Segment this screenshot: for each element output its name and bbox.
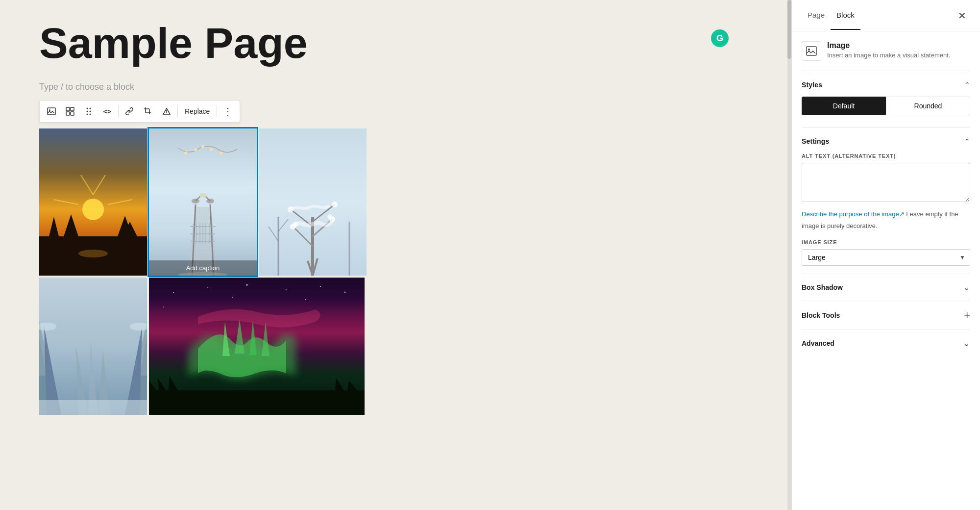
drag-btn[interactable] (80, 102, 98, 120)
svg-point-70 (173, 292, 174, 293)
page-title: Sample Page (39, 20, 748, 67)
block-placeholder: Type / to choose a block (39, 82, 748, 92)
svg-point-44 (201, 145, 204, 148)
svg-point-9 (90, 110, 91, 112)
svg-point-74 (320, 286, 321, 287)
gallery-item-3[interactable] (259, 128, 367, 276)
settings-title: Settings (802, 137, 829, 145)
svg-point-42 (184, 152, 187, 154)
editor-scrollbar[interactable] (787, 0, 791, 510)
crop-btn[interactable] (139, 102, 157, 120)
page-tab[interactable]: Page (802, 1, 831, 30)
sidebar-header: Page Block ✕ (792, 0, 980, 31)
toolbar-divider-3 (217, 105, 217, 117)
svg-rect-2 (66, 107, 70, 111)
svg-point-78 (305, 299, 306, 300)
image-size-section: IMAGE SIZE Thumbnail Medium Large Full S… (802, 239, 970, 266)
block-icon (802, 41, 821, 61)
settings-chevron[interactable]: ⌃ (964, 137, 970, 145)
alt-text-input[interactable] (802, 163, 970, 202)
alt-text-link[interactable]: Describe the purpose of the image↗ (802, 210, 906, 218)
grammarly-icon[interactable]: G (711, 29, 729, 47)
box-shadow-title: Box Shadow (802, 283, 843, 291)
triangle-btn[interactable] (158, 102, 175, 120)
svg-point-43 (194, 148, 197, 151)
image-size-label: IMAGE SIZE (802, 239, 970, 245)
advanced-section: Advanced ⌄ (802, 330, 970, 357)
sidebar-content: Image Insert an image to make a visual s… (792, 31, 980, 510)
box-shadow-header[interactable]: Box Shadow ⌄ (802, 282, 970, 293)
block-tools-plus-icon: + (964, 309, 970, 322)
svg-point-10 (87, 113, 88, 115)
svg-point-12 (166, 110, 167, 111)
editor-area[interactable]: Sample Page G Type / to choose a block (0, 0, 787, 510)
svg-point-6 (87, 107, 88, 109)
gallery-item-1[interactable] (39, 128, 147, 276)
svg-point-15 (82, 199, 104, 220)
svg-point-76 (163, 306, 164, 307)
alt-text-label: ALT TEXT (ALTERNATIVE TEXT) (802, 153, 970, 159)
scrollbar-thumb[interactable] (787, 0, 791, 59)
block-name: Image (827, 41, 950, 50)
block-description: Insert an image to make a visual stateme… (827, 51, 950, 60)
styles-chevron[interactable]: ⌃ (964, 81, 970, 89)
svg-point-60 (332, 202, 338, 207)
alt-text-link-text: Describe the purpose of the image (802, 210, 899, 218)
advanced-title: Advanced (802, 339, 834, 347)
svg-point-30 (202, 193, 206, 197)
styles-title: Styles (802, 81, 822, 89)
gallery-item-4[interactable] (39, 278, 147, 415)
svg-point-81 (808, 49, 810, 51)
toolbar-divider (118, 105, 119, 117)
svg-point-8 (87, 110, 88, 112)
gallery-grid: Add caption (39, 128, 372, 415)
block-toolbar: <> Replace ⋮ (39, 100, 240, 123)
settings-section: Settings ⌃ ALT TEXT (ALTERNATIVE TEXT) D… (802, 127, 970, 266)
caption-placeholder[interactable]: Add caption (149, 260, 257, 276)
svg-rect-79 (149, 390, 365, 415)
svg-point-75 (344, 291, 346, 293)
svg-point-46 (220, 152, 222, 154)
image-size-wrapper: Thumbnail Medium Large Full Size ▼ (802, 249, 970, 266)
styles-section: Styles ⌃ Default Rounded (802, 81, 970, 115)
svg-point-72 (246, 284, 248, 285)
alt-text-footer: Describe the purpose of the image↗ Leave… (802, 208, 970, 231)
svg-point-73 (286, 289, 287, 290)
gallery-icon-btn[interactable] (61, 102, 79, 120)
advanced-header[interactable]: Advanced ⌄ (802, 338, 970, 349)
svg-rect-66 (39, 400, 147, 415)
box-shadow-chevron-icon: ⌄ (963, 282, 970, 293)
default-style-btn[interactable]: Default (802, 97, 886, 115)
sidebar-close-btn[interactable]: ✕ (954, 8, 970, 24)
svg-point-58 (327, 214, 332, 219)
svg-point-21 (78, 250, 108, 257)
sidebar: Page Block ✕ Image Insert an image to ma… (791, 0, 980, 510)
more-options-btn[interactable]: ⋮ (219, 102, 237, 120)
svg-point-7 (90, 107, 91, 109)
link-btn[interactable] (121, 102, 138, 120)
block-info-text: Image Insert an image to make a visual s… (827, 41, 950, 60)
svg-rect-0 (48, 108, 55, 115)
toolbar-divider-2 (177, 105, 178, 117)
settings-section-header: Settings ⌃ (802, 137, 970, 145)
rounded-style-btn[interactable]: Rounded (886, 97, 970, 115)
gallery-item-5[interactable] (149, 278, 367, 415)
svg-rect-3 (71, 107, 74, 111)
image-size-select[interactable]: Thumbnail Medium Large Full Size (802, 249, 970, 266)
styles-section-header: Styles ⌃ (802, 81, 970, 89)
gallery-item-2[interactable]: Add caption (149, 128, 257, 276)
svg-point-71 (207, 287, 208, 288)
style-buttons: Default Rounded (802, 97, 970, 115)
block-tab[interactable]: Block (831, 1, 860, 30)
svg-rect-4 (66, 112, 70, 115)
box-shadow-section: Box Shadow ⌄ (802, 274, 970, 301)
replace-btn[interactable]: Replace (180, 102, 215, 120)
svg-rect-5 (71, 112, 74, 115)
svg-point-77 (232, 297, 233, 298)
svg-point-45 (210, 148, 213, 151)
code-btn[interactable]: <> (98, 102, 116, 120)
svg-point-1 (49, 109, 50, 111)
image-icon-btn[interactable] (43, 102, 60, 120)
block-info: Image Insert an image to make a visual s… (802, 41, 970, 71)
block-tools-header[interactable]: Block Tools + (802, 309, 970, 322)
